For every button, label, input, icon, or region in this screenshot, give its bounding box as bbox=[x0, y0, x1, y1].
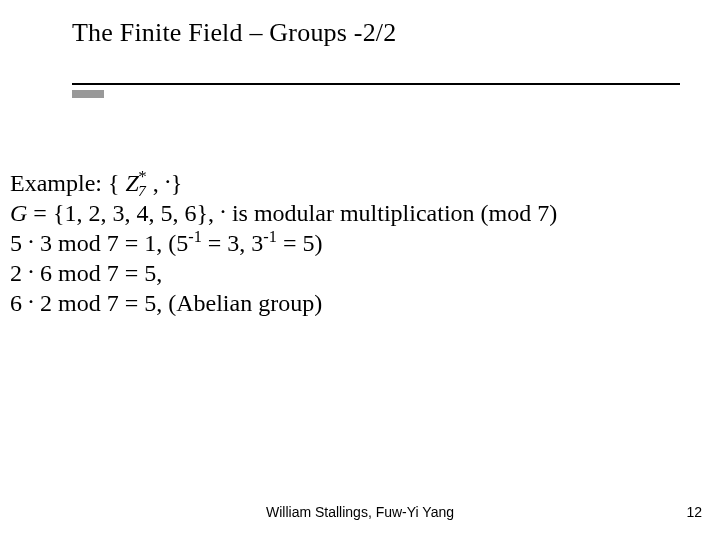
z7-star: Z7* bbox=[126, 168, 147, 198]
inverse-sup: -1 bbox=[263, 227, 277, 246]
z-sup: * bbox=[137, 167, 145, 186]
line1-pre: Example: { bbox=[10, 170, 126, 196]
title-post: Groups -2/2 bbox=[263, 18, 397, 47]
title-block: The Finite Field – Groups -2/2 bbox=[72, 18, 680, 85]
footer-credits: William Stallings, Fuw-Yi Yang bbox=[0, 504, 720, 520]
dot-icon: · bbox=[28, 258, 34, 284]
title-rule bbox=[72, 83, 680, 85]
g-letter: G bbox=[10, 200, 27, 226]
line-example: Example: { Z7* , ·} bbox=[10, 168, 690, 198]
line4-post: 6 mod 7 = 5, bbox=[34, 260, 162, 286]
dot-icon: · bbox=[28, 228, 34, 254]
dot-icon: · bbox=[28, 288, 34, 314]
body-block: Example: { Z7* , ·} G = {1, 2, 3, 4, 5, … bbox=[10, 168, 690, 318]
line-6x2: 6 · 2 mod 7 = 5, (Abelian group) bbox=[10, 288, 690, 318]
line5-post: 2 mod 7 = 5, (Abelian group) bbox=[34, 290, 322, 316]
title-pre: The Finite Field bbox=[72, 18, 249, 47]
inverse-sup: -1 bbox=[188, 227, 202, 246]
title-dash: – bbox=[249, 18, 262, 47]
line4-pre: 2 bbox=[10, 260, 28, 286]
line-2x6: 2 · 6 mod 7 = 5, bbox=[10, 258, 690, 288]
line3-pre: 5 bbox=[10, 230, 28, 256]
slide-title: The Finite Field – Groups -2/2 bbox=[72, 18, 680, 48]
slide: The Finite Field – Groups -2/2 Example: … bbox=[0, 0, 720, 540]
line-g-set: G = {1, 2, 3, 4, 5, 6}, · is modular mul… bbox=[10, 198, 690, 228]
line1-mid: , bbox=[147, 170, 165, 196]
dot-icon: · bbox=[165, 168, 171, 194]
line3-post: = 5) bbox=[277, 230, 323, 256]
line3-mid2: = 3, 3 bbox=[202, 230, 264, 256]
line3-mid: 3 mod 7 = 1, (5 bbox=[34, 230, 188, 256]
title-accent-square bbox=[72, 90, 104, 98]
line-5x3: 5 · 3 mod 7 = 1, (5-1 = 3, 3-1 = 5) bbox=[10, 228, 690, 258]
line5-pre: 6 bbox=[10, 290, 28, 316]
line2-pre: = {1, 2, 3, 4, 5, 6}, bbox=[27, 200, 220, 226]
line1-post: } bbox=[171, 170, 183, 196]
page-number: 12 bbox=[686, 504, 702, 520]
line2-post: is modular multiplication (mod 7) bbox=[226, 200, 557, 226]
dot-icon: · bbox=[220, 198, 226, 224]
